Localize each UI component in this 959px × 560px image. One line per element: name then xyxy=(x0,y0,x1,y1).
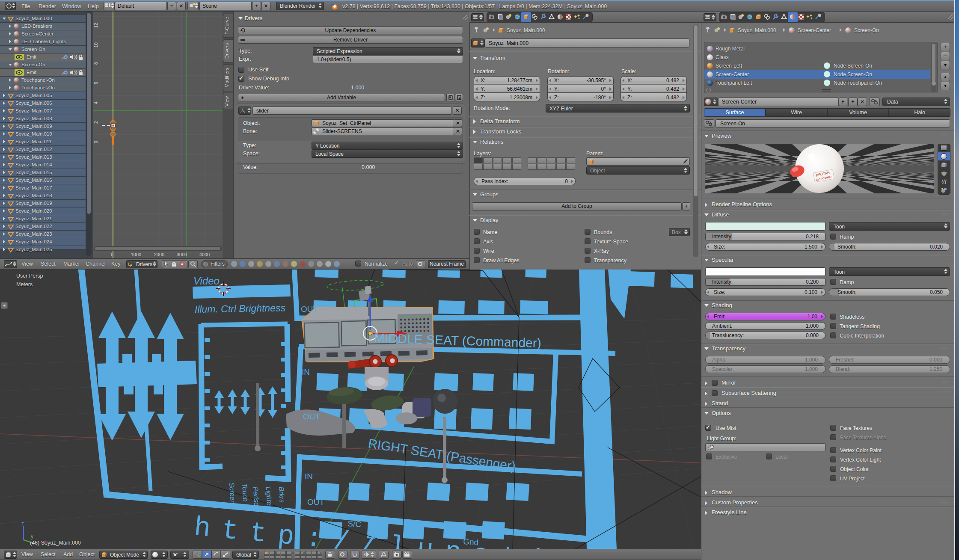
svg-text:OUT: OUT xyxy=(303,412,321,421)
svg-text:OUT: OUT xyxy=(307,498,325,507)
svg-text:8: 8 xyxy=(93,62,98,65)
svg-text:z: z xyxy=(21,521,24,527)
svg-text:Brkrs: Brkrs xyxy=(278,486,286,503)
svg-text:Lighted: Lighted xyxy=(265,486,273,510)
svg-text:6: 6 xyxy=(93,82,98,84)
svg-text:10: 10 xyxy=(93,42,98,47)
svg-text:12: 12 xyxy=(93,23,98,28)
svg-text:OUT: OUT xyxy=(301,305,318,314)
svg-text:IN: IN xyxy=(302,367,310,376)
svg-text:Touch: Touch xyxy=(241,483,249,502)
svg-text:4000: 4000 xyxy=(199,252,210,257)
svg-text:IN: IN xyxy=(305,472,313,481)
svg-text:2000: 2000 xyxy=(154,252,164,257)
svg-text:3000: 3000 xyxy=(177,252,187,257)
svg-text:Screens: Screens xyxy=(228,482,237,508)
svg-text:1000: 1000 xyxy=(131,252,141,257)
svg-text:Video: Video xyxy=(193,275,220,287)
svg-text:Perisc.: Perisc. xyxy=(252,486,261,508)
svg-text:2: 2 xyxy=(93,121,98,124)
svg-text:4: 4 xyxy=(93,101,98,104)
svg-text:Illum. Ctrl Brightness: Illum. Ctrl Brightness xyxy=(195,302,286,315)
svg-text:0: 0 xyxy=(111,252,113,257)
svg-text:0: 0 xyxy=(93,141,98,143)
svg-text:y: y xyxy=(31,533,33,539)
